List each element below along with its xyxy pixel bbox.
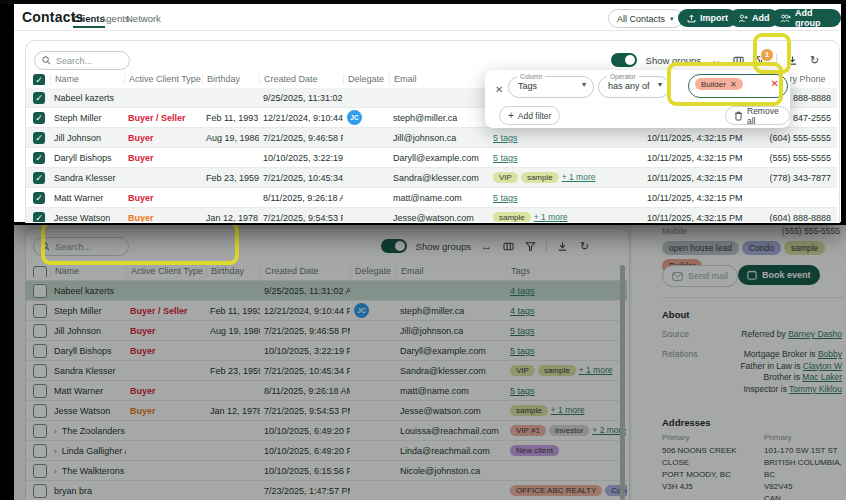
- delegate-avatar[interactable]: JC: [354, 303, 369, 318]
- filter-operator-select[interactable]: Operator has any of ▾: [598, 76, 670, 98]
- relation-link[interactable]: Bobby: [818, 349, 842, 359]
- row-checkbox[interactable]: ✓: [33, 172, 45, 184]
- tag-chip[interactable]: New client: [510, 445, 559, 456]
- row-checkbox[interactable]: [33, 484, 47, 498]
- tags-link[interactable]: 5 tags: [510, 386, 535, 396]
- tag-chip[interactable]: VIP: [510, 365, 535, 376]
- row-checkbox[interactable]: [33, 444, 47, 458]
- send-mail-button[interactable]: Send mail: [662, 265, 738, 287]
- filter-column-select[interactable]: Column Tags ▾: [508, 76, 594, 98]
- add-filter-button[interactable]: + Add filter: [499, 106, 560, 125]
- tags-link[interactable]: 5 tags: [493, 153, 518, 163]
- row-checkbox[interactable]: ✓: [33, 212, 45, 223]
- row-checkbox[interactable]: [33, 464, 47, 478]
- tags-link[interactable]: 4 tags: [510, 306, 535, 316]
- table-row[interactable]: Jesse WatsonBuyerJan 12, 19787/21/2025, …: [26, 401, 627, 421]
- relation-link[interactable]: Tommy Kiklou: [789, 384, 842, 394]
- expand-chevron-icon[interactable]: ›: [54, 427, 57, 436]
- row-checkbox[interactable]: ✓: [33, 112, 45, 124]
- row-checkbox[interactable]: [33, 304, 47, 318]
- bg-search-input[interactable]: Search...: [33, 237, 129, 256]
- bg-show-groups-toggle[interactable]: [381, 239, 407, 253]
- refresh-icon[interactable]: ↻: [578, 240, 591, 253]
- tags-more-link[interactable]: + 1 more: [551, 405, 585, 415]
- export-icon[interactable]: [786, 54, 799, 67]
- expand-chevron-icon[interactable]: ›: [54, 467, 57, 476]
- filter-icon[interactable]: 1: [754, 54, 767, 67]
- tags-link[interactable]: 5 tags: [510, 326, 535, 336]
- table-row[interactable]: ›The Walkterons10/10/2025, 6:15:56 PMNic…: [26, 461, 627, 481]
- table-view-icon[interactable]: [502, 240, 515, 253]
- filter-value-input[interactable]: Builder✕ ✕: [688, 74, 788, 98]
- header-checkbox-cell[interactable]: ✓: [26, 74, 50, 85]
- contact-tag-chip[interactable]: Condo: [742, 241, 781, 255]
- tag-chip[interactable]: Investor: [549, 425, 589, 436]
- source-link[interactable]: Barney Dasho: [788, 329, 842, 339]
- table-row[interactable]: ✓Jesse WatsonBuyerJan 12, 19787/21/2025,…: [26, 208, 837, 222]
- close-icon[interactable]: ✕: [495, 84, 503, 95]
- remove-all-button[interactable]: Remove all: [725, 106, 790, 125]
- add-group-button[interactable]: Add group: [771, 9, 841, 27]
- tags-link[interactable]: 5 tags: [493, 133, 518, 143]
- bg-table-scrollbar[interactable]: [620, 265, 625, 500]
- row-checkbox[interactable]: [33, 404, 47, 418]
- select-all-checkbox[interactable]: ✓: [33, 74, 45, 85]
- tags-more-link[interactable]: + 1 more: [534, 212, 568, 222]
- table-row[interactable]: ✓Jill JohnsonBuyerAug 19, 19867/21/2025,…: [26, 128, 837, 148]
- select-all-checkbox[interactable]: [33, 266, 47, 277]
- row-checkbox[interactable]: [33, 344, 47, 358]
- row-checkbox[interactable]: ✓: [33, 132, 45, 144]
- book-event-button[interactable]: Book event: [738, 265, 820, 285]
- row-checkbox[interactable]: [33, 424, 47, 438]
- tag-chip[interactable]: OFFICE ABC REALTY: [510, 485, 602, 496]
- table-row[interactable]: bryan bra7/23/2025, 1:47:57 PMOFFICE ABC…: [26, 481, 627, 500]
- tag-chip[interactable]: sample: [510, 405, 548, 416]
- refresh-icon[interactable]: ↻: [808, 54, 821, 67]
- row-checkbox[interactable]: ✓: [33, 152, 45, 164]
- fit-columns-icon[interactable]: ↔: [710, 54, 723, 67]
- table-row[interactable]: Matt WarnerBuyer8/11/2025, 9:26:18 AMmat…: [26, 381, 627, 401]
- table-row[interactable]: ›Linda Galligher anc10/10/2025, 6:49:20 …: [26, 441, 627, 461]
- filter-value-chip[interactable]: Builder✕: [695, 78, 743, 90]
- tags-link[interactable]: 5 tags: [510, 346, 535, 356]
- filter-icon[interactable]: [524, 240, 537, 253]
- tags-more-link[interactable]: + 1 more: [562, 172, 596, 182]
- row-checkbox[interactable]: ✓: [33, 192, 45, 204]
- clear-value-icon[interactable]: ✕: [771, 78, 779, 89]
- tag-chip[interactable]: sample: [521, 172, 559, 183]
- tag-chip[interactable]: VIP #1: [510, 425, 546, 436]
- table-row[interactable]: Sandra KlesserFeb 23, 19597/21/2025, 10:…: [26, 361, 627, 381]
- delegate-avatar[interactable]: JC: [347, 110, 362, 125]
- show-groups-toggle[interactable]: [611, 53, 637, 67]
- tags-more-link[interactable]: + 1 more: [579, 365, 613, 375]
- contact-tag-chip[interactable]: open house lead: [662, 241, 739, 255]
- contact-tag-chip[interactable]: sample: [784, 241, 825, 255]
- row-checkbox[interactable]: ✓: [33, 92, 45, 104]
- table-row[interactable]: Jill JohnsonBuyerAug 19, 19867/21/2025, …: [26, 321, 627, 341]
- chip-remove-icon[interactable]: ✕: [730, 80, 737, 89]
- header-checkbox-cell[interactable]: [26, 266, 50, 277]
- tags-link[interactable]: 5 tags: [493, 193, 518, 203]
- tag-chip[interactable]: sample: [493, 212, 531, 222]
- table-row[interactable]: ✓Daryll BishopsBuyer10/10/2025, 3:22:19 …: [26, 148, 837, 168]
- row-checkbox[interactable]: [33, 364, 47, 378]
- table-row[interactable]: ›The Zoolanders10/10/2025, 6:49:20 PMLou…: [26, 421, 627, 441]
- table-row[interactable]: ✓Matt WarnerBuyer8/11/2025, 9:26:18 AMma…: [26, 188, 837, 208]
- row-checkbox[interactable]: [33, 384, 47, 398]
- relation-link[interactable]: Mac Laker: [802, 372, 842, 382]
- table-row[interactable]: Nabeel kazerts9/25/2025, 11:31:02 AM4 ta…: [26, 281, 627, 301]
- table-row[interactable]: Daryll BishopsBuyer10/10/2025, 3:22:19 P…: [26, 341, 627, 361]
- contacts-scope-select[interactable]: All Contacts ▾: [608, 9, 683, 28]
- table-row[interactable]: ✓Sandra KlesserFeb 23, 19597/21/2025, 10…: [26, 168, 837, 188]
- expand-chevron-icon[interactable]: ›: [54, 447, 57, 456]
- row-checkbox[interactable]: [33, 324, 47, 338]
- relation-link[interactable]: Clayton W: [803, 361, 842, 371]
- tags-link[interactable]: 4 tags: [510, 286, 535, 296]
- fit-columns-icon[interactable]: ↔: [480, 240, 493, 253]
- table-row[interactable]: Steph MillerBuyer / SellerFeb 11, 199312…: [26, 301, 627, 321]
- export-icon[interactable]: [556, 240, 569, 253]
- table-view-icon[interactable]: [732, 54, 745, 67]
- tag-chip[interactable]: sample: [538, 365, 576, 376]
- tab-network[interactable]: Network: [126, 13, 161, 24]
- tag-chip[interactable]: VIP: [493, 172, 518, 183]
